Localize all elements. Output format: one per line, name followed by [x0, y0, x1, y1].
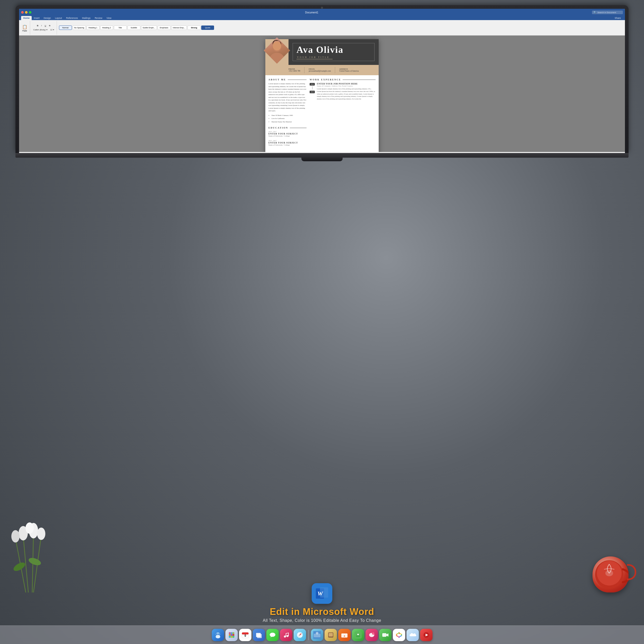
- resume-document: Ava Olivia YOUR JOB TITLE PHONE +012 345…: [265, 39, 278, 152]
- resume-body: ABOUT ME Lorem Ipsum is simply dummy tex…: [265, 75, 278, 149]
- style-heading1[interactable]: Heading 1: [87, 26, 99, 30]
- education-section: EDUCATION 2015 - 2017 ENTER YOUR SUBJECT…: [268, 126, 278, 146]
- edu-years-1: 2015 - 2017: [268, 140, 278, 141]
- svg-point-15: [270, 53, 278, 64]
- edu-subject-1: ENTER YOUR SUBJECT: [268, 141, 278, 144]
- font-size[interactable]: 12 ▾: [49, 28, 55, 31]
- font-select[interactable]: Calibri (Body) ▾: [32, 28, 48, 31]
- style-no-spacing[interactable]: No Spacing: [73, 26, 86, 30]
- photo-area: [265, 39, 278, 65]
- education-title: EDUCATION: [268, 126, 278, 129]
- resume-header: Ava Olivia YOUR JOB TITLE: [265, 39, 278, 65]
- about-item-1: Live In California: [272, 117, 278, 120]
- about-item-2: Married Status Not Married: [272, 120, 278, 124]
- paste-button[interactable]: 📋: [21, 24, 28, 30]
- style-normal[interactable]: Normal: [59, 26, 72, 30]
- laptop: Document1 🔍 Search in Document Home Inse…: [15, 5, 278, 161]
- edu-years-0: 2015 - 2017: [268, 131, 278, 132]
- tab-home[interactable]: Home: [21, 16, 32, 20]
- laptop-base: [15, 153, 278, 158]
- style-heading2[interactable]: Heading 2: [100, 26, 113, 30]
- tab-layout[interactable]: Layout: [53, 16, 64, 20]
- word-titlebar: Document1 🔍 Search in Document: [19, 9, 278, 16]
- laptop-lid: Document1 🔍 Search in Document Home Inse…: [15, 5, 278, 153]
- paste-group: 📋 Paste: [21, 21, 30, 35]
- window-title: Document1: [33, 11, 278, 14]
- bold-button[interactable]: B: [36, 24, 39, 27]
- tab-design[interactable]: Design: [42, 16, 53, 20]
- minimize-button[interactable]: [25, 11, 28, 14]
- tab-references[interactable]: References: [64, 16, 80, 20]
- tab-insert[interactable]: Insert: [32, 16, 42, 20]
- edu-school-1: Name of University / College: [268, 144, 278, 146]
- ribbon: 📋 Paste B I U S Calibri (Body) ▾ 12 ▾: [19, 20, 278, 36]
- style-intense[interactable]: Intense Emp...: [171, 26, 187, 30]
- about-title: ABOUT ME: [268, 78, 278, 81]
- about-lorem: Lorem Ipsum is simply dummy text of the …: [268, 82, 278, 112]
- style-strong[interactable]: Strong: [188, 26, 200, 30]
- ribbon-tabs: Home Insert Design Layout References Mai…: [19, 16, 278, 20]
- laptop-screen: Document1 🔍 Search in Document Home Inse…: [19, 9, 278, 153]
- maximize-button[interactable]: [29, 11, 31, 14]
- style-title[interactable]: Title: [114, 26, 127, 30]
- italic-button[interactable]: I: [40, 24, 43, 27]
- edu-item-0: 2015 - 2017 ENTER YOUR SUBJECT Name of U…: [268, 131, 278, 137]
- photo-diamond: [264, 37, 278, 64]
- tab-mailings[interactable]: Mailings: [80, 16, 93, 20]
- style-quote[interactable]: Quote: [201, 26, 214, 30]
- photo-inner: [264, 38, 278, 64]
- about-item-0: Date Of Birth 5 January 1995: [272, 114, 278, 117]
- edu-item-1: 2015 - 2017 ENTER YOUR SUBJECT Name of U…: [268, 140, 278, 146]
- tab-review[interactable]: Review: [93, 16, 105, 20]
- about-list: Date Of Birth 5 January 1995 Live In Cal…: [268, 114, 278, 124]
- strikethrough-button[interactable]: S: [48, 24, 51, 27]
- underline-button[interactable]: U: [44, 24, 47, 27]
- clipboard-group: B I U S Calibri (Body) ▾ 12 ▾: [32, 21, 57, 35]
- tab-view[interactable]: View: [104, 16, 113, 20]
- close-button[interactable]: [21, 11, 24, 14]
- resume-left-column: ABOUT ME Lorem Ipsum is simply dummy tex…: [268, 78, 278, 149]
- edu-school-0: Name of University / College: [268, 135, 278, 137]
- paste-label: Paste: [22, 30, 27, 32]
- style-subtle-emph[interactable]: Subtle Emph...: [141, 26, 157, 30]
- edu-subject-0: ENTER YOUR SUBJECT: [268, 132, 278, 135]
- style-emphasis[interactable]: Emphasis: [158, 26, 171, 30]
- traffic-lights: [21, 11, 31, 14]
- document-area[interactable]: Ava Olivia YOUR JOB TITLE PHONE +012 345…: [19, 36, 278, 152]
- style-subtitle[interactable]: Subtitle: [128, 26, 140, 30]
- contact-bar: PHONE +012 3456 789 EMAIL personalmail@e…: [265, 65, 278, 75]
- styles-group: Normal No Spacing Heading 1 Heading 2 Ti…: [59, 26, 278, 30]
- about-section: ABOUT ME Lorem Ipsum is simply dummy tex…: [268, 78, 278, 123]
